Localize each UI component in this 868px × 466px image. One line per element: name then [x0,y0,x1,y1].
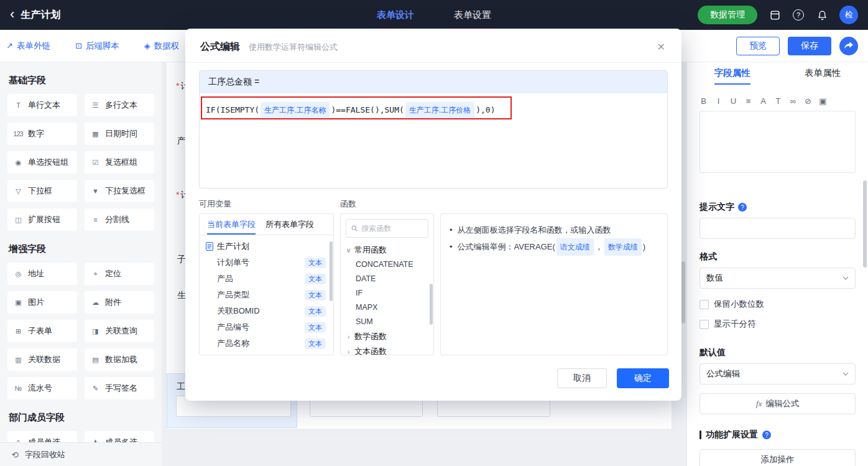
tab-form-settings[interactable]: 表单设置 [454,9,491,21]
field-recycle-bin[interactable]: ⟲ 字段回收站 [0,442,162,466]
font-color-icon[interactable]: A [759,96,767,106]
window-icon[interactable] [769,9,781,21]
variable-field-row[interactable]: 产品名称 文本 [200,335,333,352]
variables-scrollbar-thumb[interactable] [330,241,333,301]
field-type-item[interactable]: ☁ 附件 [85,291,154,314]
back-icon[interactable]: ‹ [10,7,14,21]
save-button[interactable]: 保存 [788,37,831,55]
chevron-right-icon: › [346,330,351,343]
tab-field-properties[interactable]: 字段属性 [687,67,778,90]
cancel-button[interactable]: 取消 [557,368,607,388]
form-field-label: 产 [176,136,186,147]
field-type-item[interactable]: ▣ 图片 [7,291,77,314]
field-token[interactable]: 生产工序.工序名称 [261,102,330,118]
field-type-item[interactable]: ▼ 下拉复选框 [85,180,154,202]
toolbar-link[interactable]: ⊡ 后端脚本 [75,40,119,52]
field-type-item[interactable]: ⌖ 定位 [85,263,154,285]
field-type-label: 附件 [105,297,121,308]
field-type-item[interactable]: ◎ 地址 [7,263,77,285]
align-icon[interactable]: ≡ [744,96,752,106]
field-type-label: 关联查询 [105,325,137,337]
richtext-toolbar: B I U ≡ A T ∞ ⊘ ▣ [699,96,856,106]
field-type-item[interactable]: ☑ 复选框组 [85,151,154,174]
hint-text-input[interactable] [699,218,856,239]
format-select[interactable]: 数值 [699,268,856,289]
field-type-label: 关联数据 [28,354,60,365]
checkbox-group-icon: ☑ [90,159,101,167]
field-type-item[interactable]: ◫ 扩展按钮 [7,208,77,231]
panel-scrollbar-thumb[interactable] [863,180,867,268]
chevron-down-icon [843,276,849,280]
field-type-badge: 文本 [305,306,326,317]
function-item[interactable]: DATE [341,272,433,286]
functions-scrollbar-thumb[interactable] [430,284,433,325]
unlink-icon[interactable]: ⊘ [804,96,812,106]
close-icon[interactable]: ✕ [657,41,665,53]
chevron-right-icon: › [346,345,351,355]
bold-icon[interactable]: B [699,96,708,106]
attachment-icon: ☁ [90,299,101,307]
field-token[interactable]: 生产工序.工序价格 [405,102,474,118]
tab-all-form-fields[interactable]: 所有表单字段 [265,214,314,235]
toolbar-link[interactable]: ↗ 表单外链 [6,40,50,52]
edit-formula-button[interactable]: fx 编辑公式 [699,393,856,414]
insert-image-icon[interactable]: ▣ [819,96,827,106]
data-manage-button[interactable]: 数据管理 [698,6,757,24]
field-type-item[interactable]: ≡ 分割线 [85,208,154,231]
field-type-item[interactable]: ☰ 多行文本 [85,94,154,116]
variable-field-row[interactable]: 产品 文本 [200,271,333,287]
bell-icon[interactable] [816,9,828,21]
tab-form-properties[interactable]: 表单属性 [778,67,868,90]
extension-help-icon[interactable]: ? [762,431,771,439]
variable-field-row[interactable]: 产品类型 文本 [200,287,333,303]
font-size-icon[interactable]: T [774,96,782,106]
field-type-item[interactable]: ▤ 数据加载 [85,348,154,371]
field-type-item[interactable]: ▽ 下拉框 [7,180,77,202]
add-action-button[interactable]: 添加操作 [699,449,856,466]
function-item[interactable]: SUM [341,315,433,329]
canvas-scrollbar-thumb[interactable] [681,261,685,324]
avatar[interactable]: 检 [839,6,858,24]
preview-button[interactable]: 预览 [736,37,780,55]
field-type-item[interactable]: 123 数字 [7,123,77,145]
function-group-math[interactable]: › 数学函数 [341,329,433,344]
formula-input-area[interactable]: IF(ISEMPTY(生产工序.工序名称)==FALSE(),SUM(生产工序.… [200,93,667,127]
field-type-item[interactable]: ◨ 关联查询 [85,320,154,342]
field-label-editor[interactable] [699,111,856,173]
formula-target: 工序总金额 = [200,71,667,93]
function-item[interactable]: IF [341,286,433,301]
field-type-item[interactable]: № 流水号 [7,377,77,399]
hint-help-icon[interactable]: ? [738,203,747,212]
field-type-item[interactable]: ◉ 单选按钮组 [7,151,77,174]
tab-form-design[interactable]: 表单设计 [377,9,414,21]
divider-icon: ≡ [90,216,101,223]
form-tree-root[interactable]: 生产计划 [200,238,333,254]
datetime-icon: ▦ [90,130,101,138]
variable-field-row[interactable]: 计划单号 文本 [200,254,333,271]
default-value-select[interactable]: 公式编辑 [699,363,856,384]
app-header: ‹ 生产计划 表单设计 表单设置 数据管理 ? 检 [0,0,868,30]
toolbar-link[interactable]: ◈ 数据权 [144,40,180,52]
thousand-separator-checkbox[interactable]: 显示千分符 [699,319,856,330]
function-item[interactable]: MAPX [341,301,433,315]
variable-field-row[interactable]: 关联BOMID 文本 [200,303,333,319]
tab-current-form-fields[interactable]: 当前表单字段 [207,214,256,235]
keep-decimal-checkbox[interactable]: 保留小数位数 [699,299,856,310]
section-title-basic: 基础字段 [9,75,154,86]
variable-field-row[interactable]: 产品编号 文本 [200,319,333,335]
italic-icon[interactable]: I [714,96,723,106]
field-type-item[interactable]: ▦ 日期时间 [85,123,154,145]
field-type-item[interactable]: ✎ 手写签名 [85,377,154,399]
function-item[interactable]: CONCATENATE [341,258,433,272]
function-search-input[interactable] [361,224,423,233]
field-type-item[interactable]: T 单行文本 [7,94,77,116]
field-type-item[interactable]: ⊞ 子表单 [7,320,77,342]
underline-icon[interactable]: U [729,96,737,106]
help-icon[interactable]: ? [792,9,805,21]
confirm-button[interactable]: 确定 [617,368,669,388]
share-icon[interactable] [839,37,858,55]
function-group-text[interactable]: › 文本函数 [341,344,433,355]
function-group-common[interactable]: ∨ 常用函数 [341,243,433,258]
field-type-item[interactable]: ▥ 关联数据 [7,348,77,371]
link-icon[interactable]: ∞ [789,96,797,106]
